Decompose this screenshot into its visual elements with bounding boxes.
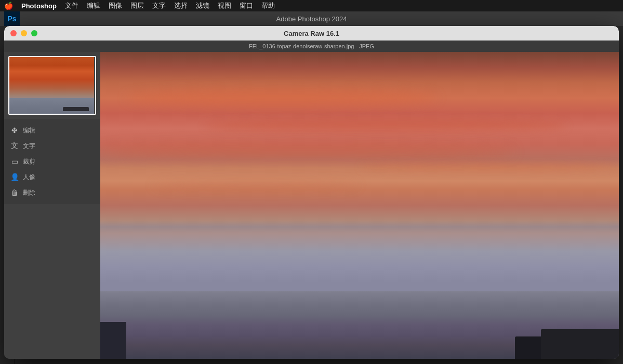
cr-thumb-container[interactable] [4,52,100,119]
horizon-glow [100,221,619,233]
ps-window: Ps Adobe Photoshop 2024 Camera Raw 16.1 … [0,11,623,364]
crop-icon: ▭ [10,157,19,166]
cr-tool-crop[interactable]: ▭ 裁剪 [4,154,100,169]
cr-tool-portrait-label: 人像 [23,173,35,182]
close-button[interactable] [10,30,17,36]
edit-icon: ✤ [10,126,19,134]
cr-filmstrip: ✤ 编辑 文 文字 ▭ 裁剪 👤 人像 [4,52,100,359]
land-left [100,322,126,359]
text-icon: 文 [10,142,19,150]
cr-thumbnail-selected[interactable] [8,56,96,115]
cr-tool-text-label: 文字 [23,142,35,151]
cr-main-image [100,52,619,359]
menu-bar-left: 🍎 Photoshop 文件 编辑 图像 图层 文字 选择 滤镜 视图 窗口 帮… [4,1,275,10]
apple-logo[interactable]: 🍎 [4,2,13,10]
menu-window[interactable]: 窗口 [240,1,253,10]
ps-title: Adobe Photoshop 2024 [276,15,347,23]
cloud-1 [126,89,438,107]
cloud-3 [100,144,515,159]
cr-title: Camera Raw 16.1 [284,30,339,37]
land-right [541,329,619,359]
menu-image[interactable]: 图像 [109,1,122,10]
ps-title-bar: Ps Adobe Photoshop 2024 [0,11,623,26]
cloud-2 [204,119,567,132]
sunset-image [100,52,619,359]
menu-filter[interactable]: 滤镜 [196,1,209,10]
cr-thumb-land [63,107,89,111]
menu-layer[interactable]: 图层 [130,1,144,10]
cr-file-name: FEL_0136-topaz-denoiseraw-sharpen.jpg - … [249,43,374,49]
cr-left-tools: ✤ 编辑 文 文字 ▭ 裁剪 👤 人像 [4,119,100,204]
minimize-button[interactable] [21,30,27,36]
ps-icon: Ps [4,11,20,26]
cr-tool-edit[interactable]: ✤ 编辑 [4,123,100,138]
camera-raw-dialog: Camera Raw 16.1 FEL_0136-topaz-denoisera… [4,26,619,359]
menu-file[interactable]: 文件 [65,1,78,10]
menu-select[interactable]: 选择 [174,1,188,10]
menu-view[interactable]: 视图 [218,1,231,10]
menu-help[interactable]: 帮助 [261,1,275,10]
cr-file-bar: FEL_0136-topaz-denoiseraw-sharpen.jpg - … [4,41,619,52]
cr-title-bar: Camera Raw 16.1 [4,26,619,41]
window-controls [10,30,37,36]
menu-bar: 🍎 Photoshop 文件 编辑 图像 图层 文字 选择 滤镜 视图 窗口 帮… [0,0,623,11]
maximize-button[interactable] [31,30,37,36]
cr-thumb-image [9,57,94,114]
cr-tool-delete-label: 删除 [23,188,35,197]
cr-tool-delete[interactable]: 🗑 删除 [4,185,100,200]
cloud-5 [152,181,360,190]
cr-thumb-water [9,98,94,114]
cr-tool-crop-label: 裁剪 [23,157,35,166]
cr-tool-portrait[interactable]: 👤 人像 [4,170,100,184]
portrait-icon: 👤 [10,173,19,181]
menu-edit[interactable]: 编辑 [87,1,100,10]
land-silhouette [100,322,619,359]
ps-content: Camera Raw 16.1 FEL_0136-topaz-denoisera… [0,26,623,364]
menu-text[interactable]: 文字 [152,1,166,10]
cr-tool-edit-label: 编辑 [23,126,35,135]
cr-content: ✤ 编辑 文 文字 ▭ 裁剪 👤 人像 [4,52,619,359]
delete-icon: 🗑 [10,188,19,197]
app-name: Photoshop [21,2,57,10]
cr-tool-text[interactable]: 文 文字 [4,139,100,153]
